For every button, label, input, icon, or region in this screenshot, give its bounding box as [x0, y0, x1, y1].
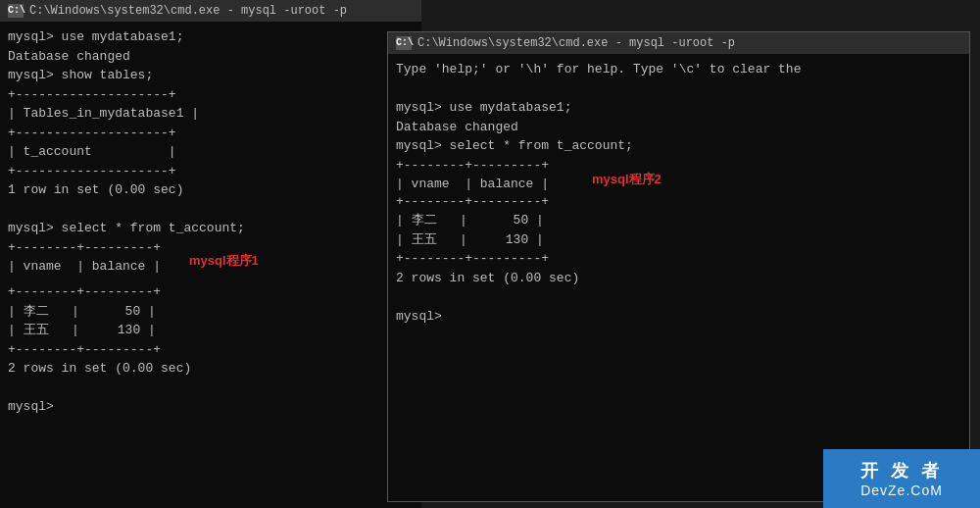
label-program1: mysql程序1 [189, 253, 259, 268]
terminal-left: C:\ C:\Windows\system32\cmd.exe - mysql … [0, 0, 421, 508]
watermark-line1: 开 发 者 [860, 459, 943, 483]
term-line-r2: mysql> use mydatabase1; [396, 98, 961, 118]
terminal-left-body: mysql> use mydatabase1; Database changed… [0, 22, 421, 423]
term-line-rowcount2: 2 rows in set (0.00 sec) [8, 359, 414, 379]
titlebar-right-text: C:\Windows\system32\cmd.exe - mysql -uro… [417, 34, 735, 52]
term-line-r-blank2 [396, 287, 961, 307]
watermark: 开 发 者 DevZe.CoM [823, 449, 980, 508]
term-line-blank2 [8, 379, 414, 398]
cmd-icon: C:\ [8, 4, 24, 18]
term-line-3: mysql> show tables; [8, 66, 414, 85]
term-line-r3: Database changed [396, 118, 961, 137]
term-line-r4: mysql> select * from t_account; [396, 136, 961, 156]
term-line-prompt-left: mysql> [8, 397, 414, 417]
titlebar-left-text: C:\Windows\system32\cmd.exe - mysql -uro… [29, 2, 347, 20]
term-table-left: +--------------------+ | Tables_in_mydat… [8, 85, 414, 181]
titlebar-left: C:\ C:\Windows\system32\cmd.exe - mysql … [0, 0, 421, 22]
watermark-line2: DevZe.CoM [860, 483, 943, 498]
term-line-rowcount1: 1 row in set (0.00 sec) [8, 180, 414, 200]
term-line-r-blank1 [396, 79, 961, 99]
term-line-select1: mysql> select * from t_account; [8, 219, 245, 238]
term-line-blank1 [8, 200, 414, 220]
term-line-r1: Type 'help;' or '\h' for help. Type '\c'… [396, 60, 961, 79]
term-line-prompt-right: mysql> [396, 307, 961, 327]
term-line-1: mysql> use mydatabase1; [8, 27, 414, 47]
cmd-icon-right: C:\ [396, 36, 412, 50]
terminal-right-body: Type 'help;' or '\h' for help. Type '\c'… [388, 54, 969, 331]
terminal-right: C:\ C:\Windows\system32\cmd.exe - mysql … [387, 31, 970, 502]
term-line-r-rowcount: 2 rows in set (0.00 sec) [396, 269, 961, 288]
term-table-left-data2: +--------+---------+ | 李二 | 50 | | 王五 | … [8, 282, 414, 359]
term-table-right-header: +--------+---------+ | vname | balance | [396, 156, 557, 194]
term-table-right-data: +--------+---------+ | 李二 | 50 | | 王五 | … [396, 192, 961, 269]
titlebar-right: C:\ C:\Windows\system32\cmd.exe - mysql … [388, 32, 969, 54]
term-line-2: Database changed [8, 47, 414, 67]
label-program2: mysql程序2 [592, 170, 662, 189]
